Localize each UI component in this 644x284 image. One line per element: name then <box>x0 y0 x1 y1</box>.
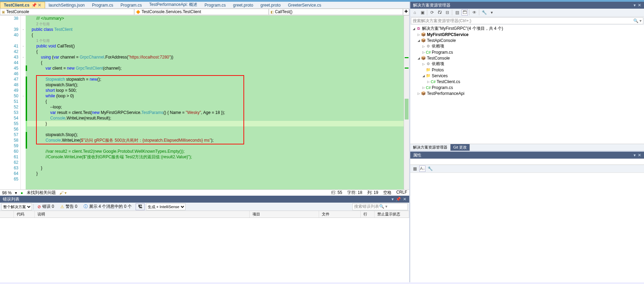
warnings-filter[interactable]: ⚠警告 0 <box>58 203 80 211</box>
code-line[interactable]: { <box>26 60 404 65</box>
code-line[interactable]: while (loop > 0) <box>26 93 404 99</box>
home-icon[interactable]: ⌂ <box>412 9 418 16</box>
errorlist-col-header[interactable]: 代码 <box>14 211 35 218</box>
code-line[interactable]: stopwatch.Start(); <box>26 82 404 88</box>
solution-explorer-header[interactable]: 解决方案资源管理器 ▾✕ <box>410 2 644 9</box>
subtab-git[interactable]: Git 更改 <box>450 144 470 151</box>
errorlist-col-header[interactable]: 文件 <box>319 211 361 218</box>
preview-icon[interactable]: 👁 <box>471 9 478 16</box>
vertical-scrollbar[interactable] <box>404 16 409 189</box>
tree-node[interactable]: ◢📦TestApiConsole <box>412 37 643 43</box>
tree-node[interactable]: 📁Protos <box>412 67 643 73</box>
source-select[interactable]: 生成 + IntelliSense <box>146 203 186 210</box>
document-tab[interactable]: TestClient.cs📌 ✕ <box>0 2 45 8</box>
code-line[interactable]: /// </summary> <box>26 16 404 21</box>
show-all-icon[interactable]: ▤ <box>454 9 460 16</box>
code-line[interactable]: //Console.WriteLine($"接收到GRPC服务端 Test2方法… <box>26 154 404 160</box>
code-line[interactable] <box>26 176 404 182</box>
code-line[interactable] <box>26 71 404 77</box>
errorlist-col-header[interactable]: 说明 <box>35 211 250 218</box>
errorlist-col-header[interactable]: 禁止显示状态 <box>375 211 409 218</box>
tree-node[interactable]: ▷📦TestPerformanceApi <box>412 90 643 96</box>
build-filter[interactable]: 🏗 <box>136 203 145 210</box>
code-line[interactable]: } <box>26 171 404 176</box>
switch-view-icon[interactable]: ▣ <box>419 9 426 16</box>
code-line[interactable]: { <box>26 32 404 38</box>
tree-node[interactable]: ▷📦MyFirstGRPCService <box>412 32 643 37</box>
document-tab[interactable]: TestPerformanceApi: 概述 <box>146 1 201 8</box>
collapse-icon[interactable]: ⊟ <box>444 9 450 16</box>
code-line[interactable]: Stopwatch stopwatch = new(); <box>26 77 404 82</box>
nav-class[interactable]: 🔶TestConsole.Services.TestClient <box>134 9 268 15</box>
close-icon[interactable]: ✕ <box>638 153 641 158</box>
errorlist-columns[interactable]: 代码说明项目文件行禁止显示状态 <box>0 211 409 218</box>
code-line[interactable] <box>26 126 404 132</box>
errors-filter[interactable]: ⊘错误 0 <box>35 203 57 211</box>
solution-search[interactable]: 搜索解决方案资源管理器(Ctrl+;)🔍 ▾ <box>411 17 643 24</box>
brush-icon[interactable]: 🖌 ▾ <box>59 190 67 195</box>
split-button[interactable]: ✚ <box>403 9 409 15</box>
nav-project[interactable]: ▣TestConsole <box>0 9 134 15</box>
dropdown-icon[interactable]: ▾ <box>392 197 394 202</box>
errorlist-col-header[interactable]: 项目 <box>250 211 319 218</box>
nav-method[interactable]: ◧CallTest() <box>269 9 403 15</box>
close-icon[interactable]: ✕ <box>403 197 406 202</box>
categorize-icon[interactable]: ▦ <box>412 166 418 172</box>
properties-grid[interactable] <box>410 173 644 282</box>
code-line[interactable]: --loop; <box>26 104 404 110</box>
document-tab[interactable]: GreeterService.cs <box>284 2 325 8</box>
properties-object[interactable] <box>410 159 644 165</box>
code-line[interactable]: { <box>26 49 404 54</box>
solution-tree[interactable]: ◢⧉解决方案"MyFirstGRPC"(4 个项目，共 4 个) ▷📦MyFir… <box>410 25 644 144</box>
alpha-icon[interactable]: A↓ <box>419 166 426 172</box>
document-tab[interactable]: greet.proto <box>257 2 284 8</box>
fold-gutter[interactable]: ---- <box>21 16 26 189</box>
sync-icon[interactable]: 🗘 <box>437 9 443 16</box>
code-line[interactable]: //var result2 = client.Test2(new Google.… <box>26 149 404 154</box>
code-line[interactable]: } <box>26 165 404 171</box>
code-line[interactable]: public void CallTest() <box>26 43 404 49</box>
tree-node[interactable]: ▷⚙依赖项 <box>412 43 643 49</box>
document-tab[interactable]: Program.cs <box>88 2 117 8</box>
scope-select[interactable]: 整个解决方案 <box>1 203 32 210</box>
code-line[interactable] <box>26 160 404 165</box>
tree-node[interactable]: ◢📦TestConsole <box>412 55 643 61</box>
properties-header[interactable]: 属性 ▾✕ <box>410 152 644 159</box>
code-line[interactable]: short loop = 500; <box>26 88 404 93</box>
code-line[interactable]: var client = new GrpcTestClient(channel)… <box>26 65 404 71</box>
wrench-icon[interactable]: 🔧 <box>427 166 433 172</box>
issues-text[interactable]: 未找到相关问题 <box>27 190 56 196</box>
dropdown-icon[interactable]: ▾ <box>634 153 636 158</box>
tree-node[interactable]: ▷C#Program.cs <box>412 85 643 90</box>
document-tab[interactable]: Program.cs <box>117 2 146 8</box>
document-tab[interactable]: launchSettings.json <box>45 2 88 8</box>
tree-node[interactable]: ▷⚙依赖项 <box>412 61 643 67</box>
code-line[interactable]: 1 个引用 <box>26 38 404 43</box>
pending-icon[interactable]: ⟳ <box>429 9 435 16</box>
solution-root[interactable]: ◢⧉解决方案"MyFirstGRPC"(4 个项目，共 4 个) <box>412 26 643 32</box>
errorlist-col-header[interactable]: 行 <box>361 211 375 218</box>
pin-icon[interactable]: 📌 <box>396 197 401 202</box>
code-line[interactable]: Console.WriteLine(result.Result); <box>26 115 404 121</box>
code-line[interactable]: stopwatch.Stop(); <box>26 132 404 137</box>
code-line[interactable]: public class TestClient <box>26 27 404 32</box>
tree-node[interactable]: ▷C#TestClient.cs <box>412 79 643 85</box>
close-icon[interactable]: ✕ <box>638 3 641 8</box>
code-line[interactable] <box>26 143 404 149</box>
info-filter[interactable]: ⓘ展示 4 个消息中的 0 个 <box>81 203 134 211</box>
code-line[interactable]: using (var channel = GrpcChannel.ForAddr… <box>26 54 404 60</box>
document-tab[interactable]: Program.cs <box>201 2 230 8</box>
wrench-icon[interactable]: 🔧 <box>481 9 487 16</box>
code-editor[interactable]: 3839404142434445464748495051525354555657… <box>0 16 409 189</box>
document-tab[interactable]: greet.proto <box>230 2 257 8</box>
subtab-solution[interactable]: 解决方案资源管理器 <box>410 144 450 151</box>
tree-node[interactable]: ◢📁Services <box>412 73 643 79</box>
tree-node[interactable]: ▷C#Program.cs <box>412 49 643 55</box>
errorlist-col-header[interactable] <box>0 211 14 218</box>
errorlist-search[interactable]: 搜索错误列表🔍 ▾ <box>352 203 408 210</box>
properties-icon[interactable]: 🗔 <box>462 9 468 16</box>
dropdown-icon[interactable]: ▾ <box>634 3 636 8</box>
zoom-level[interactable]: 98 % <box>2 190 11 195</box>
errorlist-header[interactable]: 错误列表 ▾ 📌 ✕ <box>0 196 409 203</box>
code-line[interactable]: Console.WriteLine($"访问 gRPC服务 500次共耗时：{s… <box>26 137 404 143</box>
